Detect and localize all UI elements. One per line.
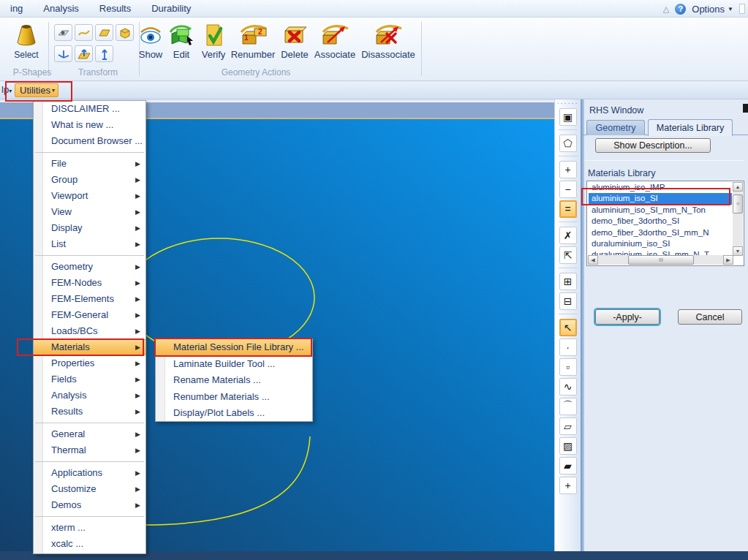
collapse-tree-icon[interactable]: ⊟	[559, 292, 577, 310]
vertex-icon[interactable]: ▫	[559, 358, 577, 376]
scroll-up-icon[interactable]: ▲	[733, 182, 743, 192]
options-menu[interactable]: Options ▼	[692, 4, 733, 15]
menu-item-list[interactable]: List▶	[34, 236, 146, 252]
pin-icon[interactable]	[743, 104, 748, 113]
horizontal-scrollbar[interactable]: ◀ ‖‖ ▶	[588, 255, 733, 265]
menu-item-document-browser[interactable]: Document Browser ...	[34, 133, 146, 149]
viewport-frame-icon[interactable]: ▣	[559, 108, 577, 126]
menu-item-fem-nodes[interactable]: FEM-Nodes▶	[34, 275, 146, 291]
menu-item-view[interactable]: View▶	[34, 204, 146, 220]
menu-item-fem-general[interactable]: FEM-General▶	[34, 307, 146, 323]
transform-curve-button[interactable]	[75, 24, 93, 41]
menu-item-xcalc[interactable]: xcalc ...	[34, 536, 146, 552]
help-icon[interactable]: ?	[675, 4, 686, 15]
menu-item-materials[interactable]: Materials▶	[34, 339, 146, 355]
cancel-button[interactable]: Cancel	[678, 309, 742, 325]
menubar-item-durability[interactable]: Durability	[141, 3, 201, 14]
clear-marks-icon[interactable]: ✗	[559, 227, 577, 244]
disassociate-button[interactable]: Disassociate	[360, 23, 417, 60]
verify-check-icon	[201, 23, 226, 48]
transform-solid-button[interactable]	[116, 24, 134, 41]
menu-item-fem-elements[interactable]: FEM-Elements▶	[34, 291, 146, 307]
expand-tree-icon[interactable]: ⊞	[559, 273, 577, 290]
menu-item-what-is-new[interactable]: What is new ...	[34, 117, 146, 133]
transform-surface-button[interactable]	[95, 24, 113, 41]
transform-point-plane-button[interactable]	[54, 24, 72, 41]
curve-pick-icon[interactable]: ∿	[559, 378, 577, 396]
verify-button[interactable]: Verify	[197, 23, 230, 60]
toolbar-separator	[559, 129, 578, 130]
apply-button[interactable]: -Apply-	[595, 309, 660, 325]
fit-view-icon[interactable]: =	[559, 200, 577, 218]
panel-splitter[interactable]	[581, 99, 584, 552]
help-menu-partial[interactable]: lp▾	[1, 84, 12, 95]
translate-plane-icon	[77, 48, 91, 61]
menu-item-viewport[interactable]: Viewport▶	[34, 188, 146, 204]
tab-geometry[interactable]: Geometry	[586, 120, 645, 135]
transform-axes-button[interactable]	[54, 45, 72, 62]
polygon-pick-icon[interactable]: ⬠	[559, 135, 577, 152]
menu-item-applications[interactable]: Applications▶	[34, 465, 146, 481]
menu-item-disclaimer[interactable]: DISCLAIMER ...	[34, 101, 146, 117]
material-list-item[interactable]: demo_fiber_3dortho_SI_mm_N	[589, 227, 732, 238]
show-description-button[interactable]: Show Description...	[595, 138, 711, 153]
surface-edit-icon[interactable]: ▰	[559, 457, 577, 474]
menu-item-results[interactable]: Results▶	[34, 404, 146, 420]
utilities-menu-button[interactable]: Utilities ▾	[15, 83, 58, 97]
menu-item-customize[interactable]: Customize▶	[34, 481, 146, 497]
scroll-down-icon[interactable]: ▼	[733, 246, 743, 256]
delete-button[interactable]: Delete	[278, 23, 311, 60]
material-list-item[interactable]: duraluminium_iso_SI_mm_N_T	[589, 249, 732, 255]
submenu-item-material-session-file-library[interactable]: Material Session File Library ...	[156, 339, 312, 356]
menu-item-fields[interactable]: Fields▶	[34, 371, 146, 387]
show-button[interactable]: Show	[136, 23, 165, 60]
menu-item-analysis[interactable]: Analysis▶	[34, 387, 146, 404]
submenu-item-display-plot-labels[interactable]: Display/Plot Labels ...	[156, 405, 312, 422]
surface-flag-icon[interactable]: ▱	[559, 417, 577, 435]
select-button[interactable]: Select	[7, 22, 45, 60]
submenu-item-laminate-builder-tool[interactable]: Laminate Builder Tool ...	[156, 356, 312, 373]
surface-cross-icon[interactable]: ▨	[559, 437, 577, 455]
menubar-item-results[interactable]: Results	[89, 3, 141, 14]
point-icon[interactable]: ·	[559, 338, 577, 356]
toolbar-grip[interactable]: ······	[557, 101, 579, 107]
tab-materials-library[interactable]: Materials Library	[648, 119, 733, 136]
renumber-button[interactable]: 1 2 Renumber	[231, 23, 275, 60]
scrollbar-thumb[interactable]: ‖‖	[628, 255, 694, 265]
viewport-toolbar: ······ ▣⬠+−=✗⇱⊞⊟↖·▫∿⌒▱▨▰+	[554, 99, 581, 552]
scroll-right-icon[interactable]: ▶	[723, 255, 733, 265]
undo-pick-icon[interactable]: ⇱	[559, 246, 577, 264]
scrollbar-thumb[interactable]: ≡	[733, 194, 743, 213]
menu-item-file[interactable]: File▶	[34, 156, 146, 172]
zoom-in-icon[interactable]: +	[559, 161, 577, 178]
crosshair-icon[interactable]: +	[559, 477, 577, 494]
material-list-item[interactable]: aluminium_iso_SI	[589, 193, 732, 204]
menu-item-group[interactable]: Group▶	[34, 172, 146, 188]
material-list-item[interactable]: aluminium_iso_SI_mm_N_Ton	[589, 205, 732, 216]
menubar-item-meshing[interactable]: ing	[0, 3, 33, 14]
menu-item-demos[interactable]: Demos▶	[34, 497, 146, 513]
menu-item-general[interactable]: General▶	[34, 426, 146, 442]
submenu-item-renumber-materials[interactable]: Renumber Materials ...	[156, 389, 312, 406]
associate-button[interactable]: Associate	[313, 23, 357, 60]
menu-item-geometry[interactable]: Geometry▶	[34, 259, 146, 275]
curve-point-icon[interactable]: ⌒	[559, 398, 577, 415]
material-list-item[interactable]: aluminium_iso_IMP	[589, 182, 732, 193]
material-list-item[interactable]: duraluminium_iso_SI	[589, 238, 732, 249]
edit-button[interactable]: Edit	[167, 23, 196, 60]
menu-item-display[interactable]: Display▶	[34, 220, 146, 236]
submenu-item-rename-materials[interactable]: Rename Materials ...	[156, 372, 312, 389]
zoom-out-icon[interactable]: −	[559, 181, 577, 198]
menu-item-loads-bcs[interactable]: Loads/BCs▶	[34, 323, 146, 339]
select-cursor-icon[interactable]: ↖	[559, 319, 577, 336]
scroll-left-icon[interactable]: ◀	[588, 255, 598, 265]
menu-item-properties[interactable]: Properties▶	[34, 355, 146, 371]
collapse-ribbon-icon[interactable]: △	[663, 4, 669, 14]
menu-item-xterm[interactable]: xterm ...	[34, 520, 146, 536]
menubar-item-analysis[interactable]: Analysis	[33, 3, 88, 14]
transform-vector-button[interactable]	[95, 45, 113, 62]
vertical-scrollbar[interactable]: ▲ ≡ ▼	[733, 182, 743, 256]
material-list-item[interactable]: demo_fiber_3dortho_SI	[589, 216, 732, 227]
transform-translate-button[interactable]	[75, 45, 93, 62]
menu-item-thermal[interactable]: Thermal▶	[34, 442, 146, 458]
